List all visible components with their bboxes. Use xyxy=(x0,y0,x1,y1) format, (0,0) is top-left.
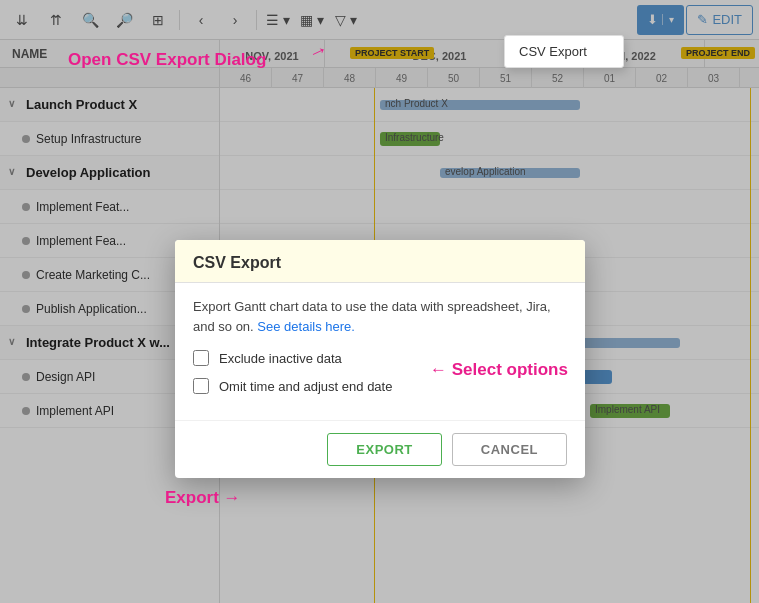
omit-time-checkbox[interactable] xyxy=(193,378,209,394)
option1-row: Exclude inactive data xyxy=(193,350,567,366)
option2-row: Omit time and adjust end date xyxy=(193,378,567,394)
csv-export-menu-item[interactable]: CSV Export xyxy=(505,36,623,67)
export-dropdown: CSV Export xyxy=(504,35,624,68)
dialog-description: Export Gantt chart data to use the data … xyxy=(193,297,567,336)
dialog-footer: EXPORT CANCEL xyxy=(175,420,585,478)
dialog-header: CSV Export xyxy=(175,240,585,283)
dialog-title: CSV Export xyxy=(193,254,567,272)
details-link[interactable]: See details here. xyxy=(257,319,355,334)
export-confirm-button[interactable]: EXPORT xyxy=(327,433,441,466)
option1-label: Exclude inactive data xyxy=(219,351,342,366)
dialog-body: Export Gantt chart data to use the data … xyxy=(175,283,585,420)
option2-label: Omit time and adjust end date xyxy=(219,379,392,394)
cancel-button[interactable]: CANCEL xyxy=(452,433,567,466)
exclude-inactive-checkbox[interactable] xyxy=(193,350,209,366)
csv-export-dialog: CSV Export Export Gantt chart data to us… xyxy=(175,240,585,478)
